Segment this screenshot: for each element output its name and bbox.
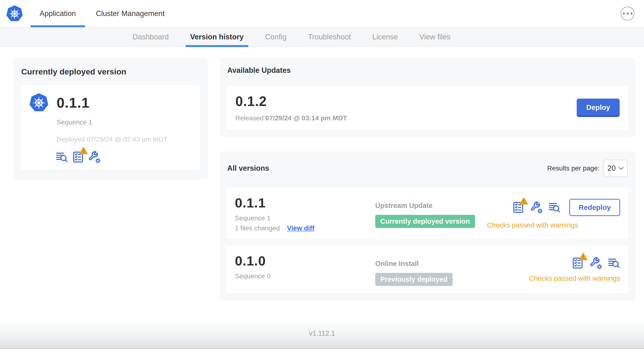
currently-deployed-title: Currently deployed version xyxy=(21,67,200,76)
primary-tabs: Application Cluster Management xyxy=(30,0,174,27)
console-version: v1.112.1 xyxy=(309,330,335,337)
tab-troubleshoot[interactable]: Troubleshoot xyxy=(297,27,362,47)
currently-deployed-badge: Currently deployed version xyxy=(375,215,475,228)
tab-dashboard[interactable]: Dashboard xyxy=(122,27,180,47)
main-content: Currently deployed version xyxy=(0,47,644,301)
tab-application[interactable]: Application xyxy=(30,0,86,27)
preflight-status-text: Checks passed with warnings xyxy=(529,274,620,282)
version-row-0-1-0: 0.1.0 Sequence 0 Online Install Previous… xyxy=(227,246,628,293)
previously-deployed-badge: Previously deployed xyxy=(375,273,452,286)
row-version-number: 0.1.1 xyxy=(235,195,375,210)
row-version-number: 0.1.0 xyxy=(235,253,375,268)
preflight-checks-icon[interactable] xyxy=(572,257,584,269)
chevron-down-icon xyxy=(618,166,624,170)
redeploy-button[interactable]: Redeploy xyxy=(569,199,620,216)
release-notes-icon[interactable] xyxy=(56,151,68,163)
more-options-button[interactable] xyxy=(620,7,634,20)
kubernetes-logo-icon xyxy=(6,5,23,22)
version-row-0-1-1: 0.1.1 Sequence 1 1 files changed View di… xyxy=(227,188,628,239)
preflight-status-text: Checks passed with warnings xyxy=(487,221,578,229)
edit-config-icon[interactable] xyxy=(88,151,100,163)
update-version-number: 0.1.2 xyxy=(235,93,347,109)
tab-config[interactable]: Config xyxy=(254,27,298,47)
current-version-deployed-date: Deployed 07/29/24 @ 02:43 pm MDT xyxy=(56,136,192,143)
app-subnav: Dashboard Version history Config Trouble… xyxy=(0,27,644,47)
app-header: Application Cluster Management xyxy=(0,0,644,27)
row-source-label: Upstream Update xyxy=(375,202,485,210)
results-per-page-label: Results per page: xyxy=(547,164,600,172)
preflight-checks-icon[interactable] xyxy=(512,201,524,214)
results-per-page-select[interactable]: 20 xyxy=(604,160,628,177)
release-notes-icon[interactable] xyxy=(608,257,620,269)
available-updates-title: Available Updates xyxy=(227,66,628,75)
current-version-number: 0.1.1 xyxy=(56,94,90,111)
all-versions-card: All versions Results per page: 20 0.1.1 … xyxy=(220,152,636,301)
available-updates-card: Available Updates 0.1.2 Released 07/29/2… xyxy=(220,58,636,137)
preflight-checks-icon[interactable] xyxy=(72,151,84,163)
app-footer: v1.112.1 xyxy=(0,318,644,349)
ellipsis-icon xyxy=(623,12,625,14)
row-sequence: Sequence 0 xyxy=(235,272,375,280)
edit-config-icon[interactable] xyxy=(530,201,542,214)
available-update-row: 0.1.2 Released 07/29/24 @ 03:14 pm MDT D… xyxy=(227,86,628,130)
row-sequence: Sequence 1 xyxy=(235,214,375,222)
tab-license[interactable]: License xyxy=(362,27,409,47)
tab-cluster-management-label: Cluster Management xyxy=(96,9,165,18)
current-version-sequence: Sequence 1 xyxy=(56,118,192,126)
kubernetes-app-icon xyxy=(29,93,48,112)
version-history-page: Application Cluster Management Dashboard… xyxy=(0,0,644,349)
release-notes-icon[interactable] xyxy=(548,201,561,214)
tab-version-history[interactable]: Version history xyxy=(180,27,254,47)
currently-deployed-card: Currently deployed version xyxy=(13,58,208,180)
currently-deployed-version-panel: 0.1.1 Sequence 1 Deployed 07/29/24 @ 02:… xyxy=(21,85,200,170)
tab-cluster-management[interactable]: Cluster Management xyxy=(86,0,175,27)
row-source-label: Online Install xyxy=(375,260,485,268)
edit-config-icon[interactable] xyxy=(590,257,602,269)
all-versions-title: All versions xyxy=(227,164,269,172)
files-changed-label: 1 files changed xyxy=(235,224,280,232)
tab-view-files[interactable]: View files xyxy=(409,27,461,47)
deploy-button[interactable]: Deploy xyxy=(577,98,620,117)
view-diff-link[interactable]: View diff xyxy=(287,224,314,232)
tab-application-label: Application xyxy=(40,9,76,18)
update-released-date: Released 07/29/24 @ 03:14 pm MDT xyxy=(235,114,347,122)
